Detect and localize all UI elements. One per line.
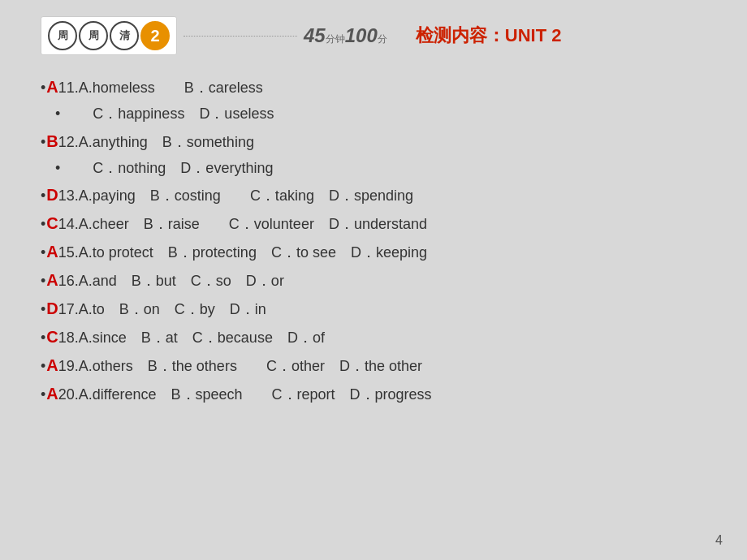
q-content-0: 11.A.homeless B．careless <box>58 75 263 101</box>
bullet-8: • <box>41 297 45 323</box>
q-content-9: 18.A.since B．at C．because D．of <box>58 325 325 351</box>
logo-badge: 周 周 清 2 <box>41 16 177 55</box>
bullet-10: • <box>41 354 45 380</box>
question-line-2: •B12.A.anything B．something <box>41 127 706 156</box>
bullet-3: • <box>55 156 60 182</box>
answer-0: A <box>46 73 58 101</box>
question-line-11: •A20.A.difference B．speech C．report D．pr… <box>41 380 706 408</box>
time-unit2: 分 <box>378 32 387 46</box>
questions-list: •A11.A.homeless B．careless• C．happiness … <box>41 73 706 408</box>
bullet-2: • <box>41 130 45 156</box>
bullet-1: • <box>55 101 60 127</box>
title-unit: UNIT 2 <box>505 25 562 45</box>
answer-8: D <box>46 295 58 323</box>
q-content-8: 17.A.to B．on C．by D．in <box>58 297 266 323</box>
time-value: 45 <box>304 24 326 47</box>
answer-10: A <box>46 351 58 380</box>
bullet-6: • <box>41 240 45 266</box>
answer-6: A <box>46 238 58 266</box>
q-content-5: 14.A.cheer B．raise C．volunteer D．underst… <box>58 212 427 238</box>
question-line-4: •D13.A.paying B．costing C．taking D．spend… <box>41 181 706 209</box>
bullet-11: • <box>41 382 45 408</box>
question-line-0: •A11.A.homeless B．careless <box>41 73 706 101</box>
q-content-10: 19.A.others B．the others C．other D．the o… <box>58 354 422 380</box>
answer-7: A <box>46 266 58 295</box>
time-unit1: 分钟 <box>326 32 345 46</box>
bullet-9: • <box>41 325 45 351</box>
logo-char3: 清 <box>110 21 139 50</box>
answer-11: A <box>46 380 58 408</box>
question-line-1: • C．happiness D．useless <box>41 101 706 127</box>
bullet-4: • <box>41 183 45 209</box>
question-line-8: •D17.A.to B．on C．by D．in <box>41 295 706 323</box>
logo-char2: 周 <box>79 21 108 50</box>
answer-2: B <box>46 127 58 156</box>
q-content-3: C．nothing D．everything <box>63 156 273 182</box>
bullet-0: • <box>41 75 45 101</box>
page-container: 周 周 清 2 45 分钟 100 分 检测内容：UNIT 2 •A11.A.h… <box>0 0 747 560</box>
header-title: 检测内容：UNIT 2 <box>416 24 562 48</box>
time-score: 100 <box>345 24 378 47</box>
time-info: 45 分钟 100 分 <box>304 24 387 47</box>
q-content-6: 15.A.to protect B．protecting C．to see D．… <box>58 240 427 266</box>
question-line-10: •A19.A.others B．the others C．other D．the… <box>41 351 706 380</box>
q-content-7: 16.A.and B．but C．so D．or <box>58 269 284 295</box>
q-content-1: C．happiness D．useless <box>63 101 274 127</box>
page-number: 4 <box>715 533 723 548</box>
header: 周 周 清 2 45 分钟 100 分 检测内容：UNIT 2 <box>41 16 706 55</box>
dotted-divider <box>184 36 297 37</box>
title-label: 检测内容： <box>416 25 505 45</box>
logo-num: 2 <box>140 21 170 50</box>
answer-9: C <box>46 323 58 351</box>
answer-4: D <box>46 181 58 209</box>
q-content-4: 13.A.paying B．costing C．taking D．spendin… <box>58 183 413 209</box>
q-content-11: 20.A.difference B．speech C．report D．prog… <box>58 382 432 408</box>
question-line-9: •C18.A.since B．at C．because D．of <box>41 323 706 351</box>
bullet-5: • <box>41 212 45 238</box>
logo-char1: 周 <box>48 21 77 50</box>
question-line-5: •C14.A.cheer B．raise C．volunteer D．under… <box>41 209 706 238</box>
question-line-6: •A15.A.to protect B．protecting C．to see … <box>41 238 706 266</box>
question-line-7: •A16.A.and B．but C．so D．or <box>41 266 706 295</box>
q-content-2: 12.A.anything B．something <box>58 130 254 156</box>
bullet-7: • <box>41 269 45 295</box>
question-line-3: • C．nothing D．everything <box>41 156 706 182</box>
answer-5: C <box>46 209 58 238</box>
